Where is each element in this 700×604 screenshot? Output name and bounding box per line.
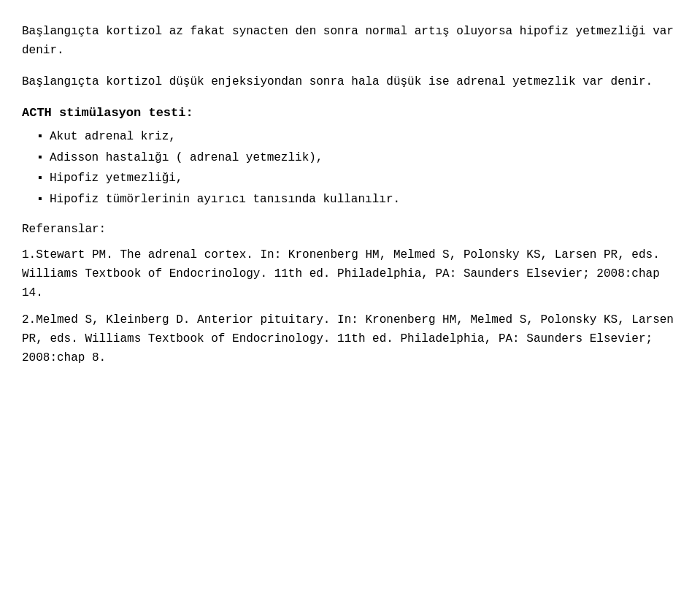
list-item: Hipofiz tümörlerinin ayırıcı tanısında k… — [36, 190, 678, 209]
acth-bullet-list: Akut adrenal kriz, Adisson hastalığı ( a… — [36, 127, 678, 209]
references-label: Referanslar: — [22, 221, 678, 240]
list-item: Hipofiz yetmezliği, — [36, 169, 678, 188]
paragraph-2-text: Başlangıçta kortizol düşük enjeksiyondan… — [22, 75, 653, 88]
reference-2: 2.Melmed S, Kleinberg D. Anterior pituit… — [22, 310, 678, 368]
paragraph-1-text: Başlangıçta kortizol az fakat synacten d… — [22, 25, 674, 57]
list-item: Akut adrenal kriz, — [36, 127, 678, 146]
main-content: Başlangıçta kortizol az fakat synacten d… — [22, 15, 678, 383]
paragraph-2: Başlangıçta kortizol düşük enjeksiyondan… — [22, 72, 678, 91]
reference-1: 1.Stewart PM. The adrenal cortex. In: Kr… — [22, 245, 678, 303]
acth-heading: ACTH stimülasyon testi: — [22, 103, 678, 123]
list-item: Adisson hastalığı ( adrenal yetmezlik), — [36, 148, 678, 167]
references-section: Referanslar: 1.Stewart PM. The adrenal c… — [22, 221, 678, 368]
paragraph-1: Başlangıçta kortizol az fakat synacten d… — [22, 22, 678, 61]
